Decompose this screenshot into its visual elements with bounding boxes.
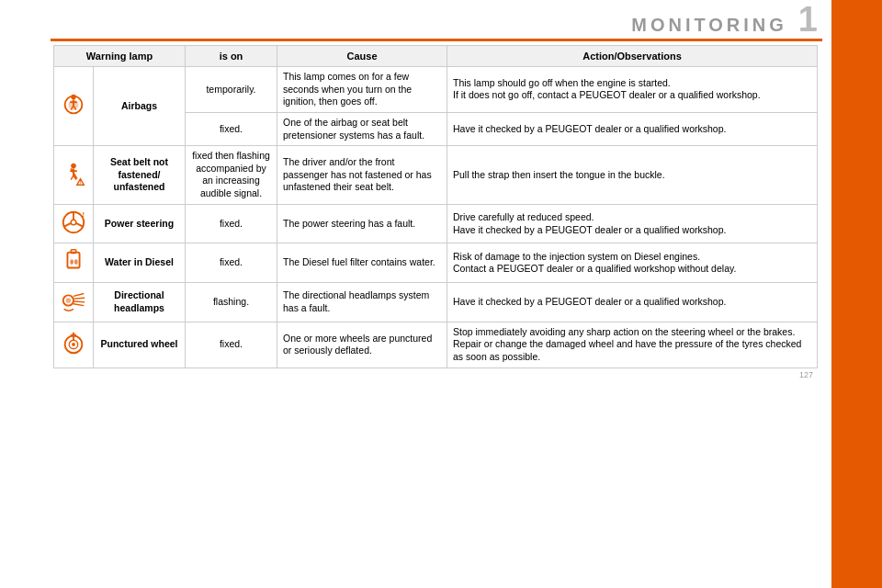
seatbelt-icon: !	[54, 146, 94, 205]
headlamp-ison: flashing.	[186, 283, 277, 322]
airbag-cause-2: One of the airbag or seat belt pretensio…	[277, 112, 447, 145]
airbag-ison-2: fixed.	[186, 112, 277, 145]
seatbelt-label: Seat belt not fastened/ unfastened	[94, 146, 186, 205]
steering-icon: !	[54, 204, 94, 243]
svg-rect-21	[67, 253, 79, 268]
puncture-label: Punctured wheel	[94, 322, 186, 368]
col-header-action: Action/Observations	[447, 46, 818, 67]
svg-point-7	[71, 163, 76, 168]
puncture-svg	[60, 329, 87, 356]
airbag-svg	[60, 91, 87, 119]
col-header-cause: Cause	[277, 46, 447, 67]
steering-ison: fixed.	[186, 204, 277, 243]
orange-divider	[51, 39, 822, 41]
seatbelt-ison: fixed then flashing accompanied by an in…	[186, 146, 277, 205]
svg-line-18	[64, 223, 72, 227]
svg-line-27	[74, 294, 84, 297]
right-sidebar	[831, 0, 882, 588]
seatbelt-cause: The driver and/or the front passenger ha…	[277, 146, 447, 205]
table-row: ! Power steering fixed. The power steeri…	[54, 204, 818, 243]
puncture-icon	[54, 322, 94, 368]
page-footer: 127	[53, 370, 818, 379]
airbag-action-1: This lamp should go off when the engine …	[447, 67, 818, 113]
table-row: Water in Diesel fixed. The Diesel fuel f…	[54, 243, 818, 283]
water-ison: fixed.	[186, 243, 277, 283]
warning-lamp-table: Warning lamp is on Cause Action/Observat…	[53, 45, 818, 368]
steering-svg: !	[60, 209, 87, 236]
page-number: 1	[798, 2, 818, 37]
page-title: MONITORING	[631, 15, 787, 36]
water-icon	[54, 243, 94, 283]
puncture-action: Stop immediately avoiding any sharp acti…	[447, 322, 818, 368]
headlamp-cause: The directional headlamps system has a f…	[277, 283, 447, 322]
table-row: ! Seat belt not fastened/ unfastened fix…	[54, 146, 818, 205]
puncture-ison: fixed.	[186, 322, 277, 368]
airbag-action-2: Have it checked by a PEUGEOT dealer or a…	[447, 112, 818, 145]
svg-line-29	[74, 301, 85, 302]
headlamp-action: Have it checked by a PEUGEOT dealer or a…	[447, 283, 818, 322]
table-row: Directional headlamps flashing. The dire…	[54, 283, 818, 322]
svg-point-26	[66, 298, 72, 303]
water-cause: The Diesel fuel filter contains water.	[277, 243, 447, 283]
svg-point-16	[71, 220, 76, 225]
headlamp-svg	[60, 287, 87, 314]
table-row: Punctured wheel fixed. One or more wheel…	[54, 322, 818, 368]
svg-line-19	[76, 223, 84, 227]
svg-point-24	[74, 260, 78, 266]
svg-point-23	[70, 260, 74, 266]
headlamp-icon	[54, 283, 94, 322]
airbag-label: Airbags	[94, 67, 186, 146]
svg-point-35	[72, 343, 75, 346]
svg-line-10	[71, 175, 74, 180]
svg-point-2	[71, 95, 76, 100]
steering-action: Drive carefully at reduced speed.Have it…	[447, 204, 818, 243]
steering-cause: The power steering has a fault.	[277, 204, 447, 243]
svg-line-30	[74, 304, 84, 306]
seatbelt-svg: !	[60, 160, 87, 187]
water-svg	[60, 247, 87, 275]
puncture-cause: One or more wheels are punctured or seri…	[277, 322, 447, 368]
seatbelt-action: Pull the strap then insert the tongue in…	[447, 146, 818, 205]
airbag-icon	[54, 67, 94, 146]
svg-text:!: !	[80, 179, 82, 185]
headlamp-label: Directional headlamps	[94, 283, 186, 322]
airbag-cause-1: This lamp comes on for a few seconds whe…	[277, 67, 447, 113]
svg-line-28	[74, 298, 85, 299]
airbag-ison-1: temporarily.	[186, 67, 277, 113]
water-label: Water in Diesel	[94, 243, 186, 283]
water-action: Risk of damage to the injection system o…	[447, 243, 818, 283]
steering-label: Power steering	[94, 204, 186, 243]
col-header-warning: Warning lamp	[54, 46, 186, 67]
table-row: Airbags temporarily. This lamp comes on …	[54, 67, 818, 113]
col-header-ison: is on	[186, 46, 277, 67]
svg-text:!: !	[82, 210, 85, 219]
